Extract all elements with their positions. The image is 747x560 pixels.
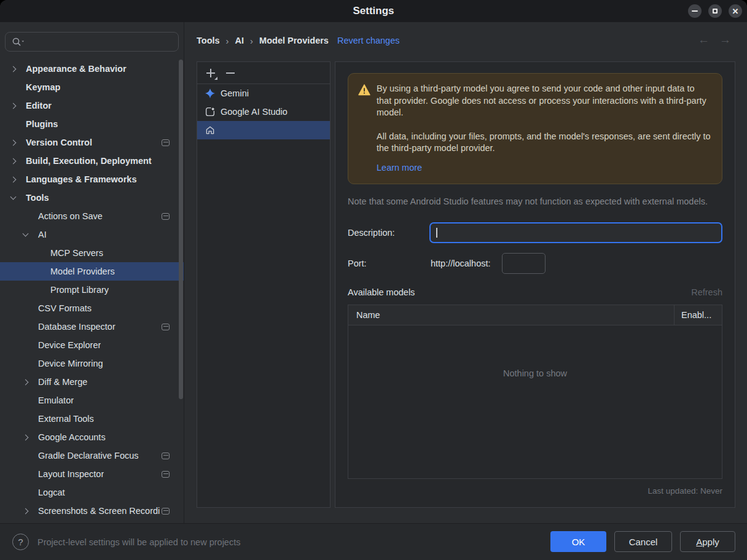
remove-provider-button[interactable] <box>225 68 235 78</box>
learn-more-link[interactable]: Learn more <box>377 162 422 174</box>
chevron-right-icon[interactable] <box>10 176 17 182</box>
sidebar-item-device-explorer[interactable]: Device Explorer <box>0 336 184 354</box>
minimize-icon <box>692 10 698 12</box>
chevron-right-icon[interactable] <box>10 158 17 164</box>
sidebar-scrollbar[interactable] <box>179 60 183 399</box>
provider-item-gemini[interactable]: Gemini <box>197 84 330 103</box>
sidebar-item-label: Logcat <box>38 488 65 497</box>
sidebar-item-languages-frameworks[interactable]: Languages & Frameworks <box>0 170 184 189</box>
revert-changes-link[interactable]: Revert changes <box>337 36 400 45</box>
sidebar-item-plugins[interactable]: Plugins <box>0 115 184 133</box>
sidebar-item-mcp-servers[interactable]: MCP Servers <box>0 244 184 262</box>
chevron-down-icon[interactable] <box>10 194 17 200</box>
help-button[interactable]: ? <box>12 534 29 550</box>
project-window-icon <box>162 213 170 220</box>
sidebar-item-logcat[interactable]: Logcat <box>0 483 184 502</box>
footer-bar: ? Project-level settings will be applied… <box>0 523 747 560</box>
sidebar-item-label: Languages & Frameworks <box>26 174 137 184</box>
sidebar-item-label: Keymap <box>26 82 60 92</box>
sidebar-item-actions-on-save[interactable]: Actions on Save <box>0 207 184 225</box>
sidebar-item-device-mirroring[interactable]: Device Mirroring <box>0 354 184 373</box>
sidebar-item-emulator[interactable]: Emulator <box>0 391 184 410</box>
warning-paragraph-1: By using a third-party model you agree t… <box>377 83 711 119</box>
chevron-slot <box>10 104 26 108</box>
provider-item-blank[interactable] <box>197 121 330 139</box>
sidebar-item-gradle-declarative-focus[interactable]: Gradle Declarative Focus <box>0 446 184 465</box>
sidebar-item-label: Plugins <box>26 119 58 129</box>
chevron-slot <box>22 435 38 440</box>
column-header-enabled[interactable]: Enabl... <box>674 305 722 325</box>
history-nav: ← → <box>698 33 731 47</box>
ok-button-label: OK <box>572 537 585 547</box>
breadcrumb-segment-model-providers[interactable]: Model Providers <box>259 36 329 45</box>
refresh-button[interactable]: Refresh <box>691 287 722 297</box>
breadcrumb-separator-icon: › <box>250 36 253 46</box>
ok-button[interactable]: OK <box>550 531 606 552</box>
sidebar-item-external-tools[interactable]: External Tools <box>0 410 184 428</box>
dialog-buttons: OK Cancel Apply <box>550 531 735 552</box>
warning-icon <box>358 84 370 96</box>
chevron-right-icon[interactable] <box>10 139 17 146</box>
cancel-button[interactable]: Cancel <box>614 531 672 552</box>
chevron-right-icon[interactable] <box>23 508 29 514</box>
provider-item-label: Google AI Studio <box>221 107 287 117</box>
close-button[interactable]: ✕ <box>729 4 742 18</box>
maximize-button[interactable] <box>708 4 722 18</box>
sidebar-item-screenshots-screen-recordi[interactable]: Screenshots & Screen Recordi <box>0 502 184 520</box>
sidebar-item-label: Emulator <box>38 395 74 405</box>
sidebar-item-label: Version Control <box>26 138 92 147</box>
search-input[interactable] <box>5 32 179 52</box>
sidebar-item-label: CSV Formats <box>38 303 92 313</box>
port-row: Port: http://localhost: <box>348 253 722 274</box>
breadcrumb-separator-icon: › <box>226 36 229 46</box>
sidebar-item-label: MCP Servers <box>50 248 103 258</box>
sidebar-item-prompt-library[interactable]: Prompt Library <box>0 281 184 299</box>
description-field[interactable] <box>429 222 722 243</box>
chevron-right-icon[interactable] <box>10 103 17 109</box>
window-controls: ✕ <box>688 4 742 18</box>
breadcrumb-segment-tools[interactable]: Tools <box>197 36 220 45</box>
chevron-right-icon[interactable] <box>23 379 29 385</box>
breadcrumb-segment-ai[interactable]: AI <box>235 36 244 45</box>
sidebar-item-diff-merge[interactable]: Diff & Merge <box>0 373 184 391</box>
settings-window: Settings ✕ Appearance & BehaviorKeymapEd… <box>0 0 747 560</box>
home-icon <box>205 125 216 136</box>
sidebar-item-build-execution-deployment[interactable]: Build, Execution, Deployment <box>0 152 184 170</box>
sidebar-item-keymap[interactable]: Keymap <box>0 78 184 96</box>
sidebar-item-appearance-behavior[interactable]: Appearance & Behavior <box>0 60 184 78</box>
text-caret <box>436 228 437 238</box>
sidebar-item-csv-formats[interactable]: CSV Formats <box>0 299 184 317</box>
chevron-right-icon[interactable] <box>10 66 17 72</box>
add-provider-button[interactable] <box>206 68 216 78</box>
provider-item-google-ai-studio[interactable]: Google AI Studio <box>197 103 330 121</box>
description-field-wrap <box>429 222 722 243</box>
apply-button[interactable]: Apply <box>680 531 735 552</box>
sidebar-item-model-providers[interactable]: Model Providers <box>0 262 184 281</box>
port-field[interactable] <box>502 253 546 274</box>
minimize-button[interactable] <box>688 4 702 18</box>
project-window-icon <box>162 139 170 146</box>
sidebar-item-layout-inspector[interactable]: Layout Inspector <box>0 465 184 483</box>
chevron-slot <box>10 177 26 182</box>
provider-detail-panel: By using a third-party model you agree t… <box>335 61 735 508</box>
column-header-name[interactable]: Name <box>348 310 674 320</box>
chevron-down-icon[interactable] <box>23 231 29 237</box>
sidebar-item-editor[interactable]: Editor <box>0 96 184 115</box>
sidebar-item-version-control[interactable]: Version Control <box>0 133 184 152</box>
window-title: Settings <box>353 5 394 17</box>
back-arrow-icon[interactable]: ← <box>698 33 710 47</box>
search-icon <box>12 37 25 47</box>
sidebar-item-ai[interactable]: AI <box>0 225 184 244</box>
chevron-slot <box>10 159 26 163</box>
sidebar-item-database-inspector[interactable]: Database Inspector <box>0 317 184 336</box>
sidebar-item-label: Screenshots & Screen Recordi <box>38 506 160 516</box>
maximize-icon <box>713 9 718 14</box>
models-table-header: Name Enabl... <box>348 305 722 325</box>
gemini-icon <box>205 88 216 99</box>
chevron-right-icon[interactable] <box>23 434 29 440</box>
sidebar-item-tools[interactable]: Tools <box>0 189 184 207</box>
forward-arrow-icon[interactable]: → <box>719 33 731 47</box>
chevron-slot <box>22 233 38 236</box>
sidebar-item-google-accounts[interactable]: Google Accounts <box>0 428 184 446</box>
sidebar-item-label: Google Accounts <box>38 432 106 442</box>
